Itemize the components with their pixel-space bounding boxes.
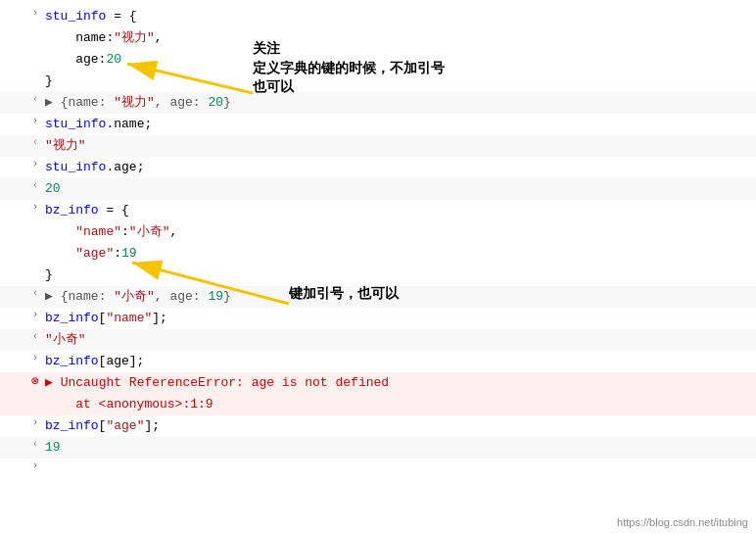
line-8: › stu_info.age;	[0, 157, 756, 178]
content-15: bz_info["name"];	[43, 309, 756, 328]
line-12: "age":19	[0, 243, 756, 265]
console-area: › stu_info = { name:"视力", age:20 } ‹ ▶ {…	[0, 0, 756, 534]
arrow-15: ›	[27, 309, 43, 320]
arrow-8: ›	[27, 158, 43, 170]
content-1: stu_info = {	[43, 7, 756, 26]
content-4: }	[43, 72, 756, 91]
arrow-7: ‹	[27, 136, 43, 148]
watermark: https://blog.csdn.net/itubing	[617, 516, 748, 528]
line-11: "name":"小奇",	[0, 221, 756, 243]
content-12: "age":19	[43, 244, 756, 264]
content-16: "小奇"	[43, 330, 756, 350]
line-1: › stu_info = {	[0, 6, 756, 27]
arrow-9: ‹	[27, 179, 43, 191]
content-17: bz_info[age];	[43, 352, 756, 371]
line-10: › bz_info = {	[0, 200, 756, 221]
arrow-21: ‹	[27, 438, 43, 450]
content-18: ▶ Uncaught ReferenceError: age is not de…	[43, 373, 756, 393]
content-9: 20	[43, 179, 756, 199]
arrow-1: ›	[27, 7, 43, 19]
content-6: stu_info.name;	[43, 115, 756, 134]
line-5: ‹ ▶ {name: "视力", age: 20}	[0, 92, 756, 114]
line-7: ‹ "视力"	[0, 135, 756, 157]
line-4: }	[0, 71, 756, 92]
line-21: ‹ 19	[0, 437, 756, 459]
arrow-18: ⊗	[27, 373, 43, 389]
watermark-text: https://blog.csdn.net/itubing	[617, 516, 748, 528]
content-8: stu_info.age;	[43, 158, 756, 177]
content-13: }	[43, 266, 756, 285]
line-9: ‹ 20	[0, 178, 756, 200]
line-15: › bz_info["name"];	[0, 308, 756, 329]
content-19: at <anonymous>:1:9	[43, 395, 756, 414]
content-10: bz_info = {	[43, 201, 756, 220]
arrow-14: ‹	[27, 287, 43, 299]
arrow-16: ‹	[27, 330, 43, 342]
arrow-10: ›	[27, 201, 43, 213]
line-18: ⊗ ▶ Uncaught ReferenceError: age is not …	[0, 372, 756, 394]
content-5: ▶ {name: "视力", age: 20}	[43, 93, 756, 113]
arrow-17: ›	[27, 352, 43, 364]
line-16: ‹ "小奇"	[0, 329, 756, 351]
line-2: name:"视力",	[0, 27, 756, 49]
content-2: name:"视力",	[43, 28, 756, 48]
arrow-22: ›	[27, 460, 43, 471]
line-13: }	[0, 265, 756, 286]
content-11: "name":"小奇",	[43, 222, 756, 242]
line-22: ›	[0, 459, 756, 478]
arrow-6: ›	[27, 115, 43, 126]
line-3: age:20	[0, 49, 756, 71]
arrow-20: ›	[27, 416, 43, 428]
content-20: bz_info["age"];	[43, 416, 756, 436]
arrow-5: ‹	[27, 93, 43, 105]
line-20: › bz_info["age"];	[0, 415, 756, 437]
content-7: "视力"	[43, 136, 756, 156]
line-19: at <anonymous>:1:9	[0, 394, 756, 415]
line-14: ‹ ▶ {name: "小奇", age: 19}	[0, 286, 756, 308]
content-21: 19	[43, 438, 756, 458]
line-6: › stu_info.name;	[0, 114, 756, 135]
content-3: age:20	[43, 50, 756, 70]
line-17: › bz_info[age];	[0, 351, 756, 372]
content-14: ▶ {name: "小奇", age: 19}	[43, 287, 756, 307]
